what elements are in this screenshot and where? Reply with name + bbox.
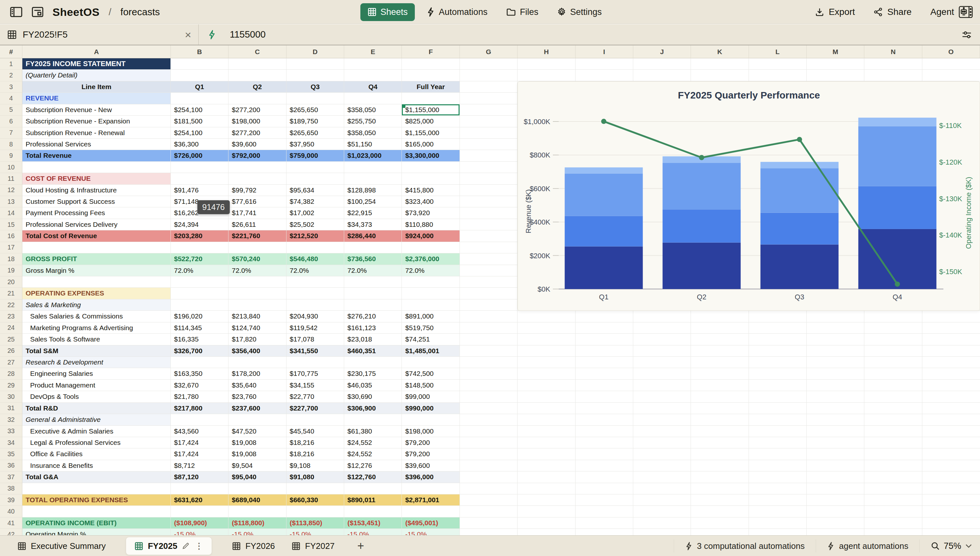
export-button[interactable]: Export <box>815 7 855 17</box>
cell-D13[interactable]: $74,382 <box>286 196 344 207</box>
cell-E13[interactable]: $100,254 <box>344 196 402 207</box>
row-number-22[interactable]: 22 <box>0 299 23 311</box>
cell-D38[interactable] <box>286 483 344 495</box>
cell-B36[interactable]: $8,712 <box>171 460 228 472</box>
column-header-C[interactable]: C <box>228 45 286 58</box>
cell-K30[interactable] <box>691 391 749 402</box>
cell-E11[interactable] <box>344 173 402 184</box>
cell-G8[interactable] <box>460 139 517 150</box>
cell-I36[interactable] <box>576 460 633 472</box>
cell-K31[interactable] <box>691 403 749 414</box>
cell-I38[interactable] <box>576 483 633 495</box>
cell-A26[interactable]: Total S&M <box>23 345 171 357</box>
row-number-11[interactable]: 11 <box>0 173 23 184</box>
cell-G20[interactable] <box>460 276 517 288</box>
cell-O24[interactable] <box>922 322 980 334</box>
cell-I26[interactable] <box>576 345 633 357</box>
cell-A2[interactable]: (Quarterly Detail) <box>23 70 171 81</box>
row-number-37[interactable]: 37 <box>0 472 23 483</box>
cell-H2[interactable] <box>517 70 575 81</box>
row-number-36[interactable]: 36 <box>0 460 23 472</box>
cell-F28[interactable]: $742,500 <box>402 368 459 380</box>
cell-C41[interactable]: ($118,800) <box>228 517 286 529</box>
cell-H31[interactable] <box>517 403 575 414</box>
cell-E34[interactable]: $24,552 <box>344 437 402 448</box>
cell-B5[interactable]: $254,100 <box>171 104 228 116</box>
cell-H32[interactable] <box>517 414 575 425</box>
cell-K29[interactable] <box>691 380 749 391</box>
cell-E32[interactable] <box>344 414 402 425</box>
row-number-42[interactable]: 42 <box>0 529 23 535</box>
cell-B40[interactable] <box>171 506 228 517</box>
cell-C18[interactable]: $570,240 <box>228 254 286 265</box>
cell-O1[interactable] <box>922 58 980 70</box>
cell-F38[interactable] <box>402 483 459 495</box>
cell-H34[interactable] <box>517 437 575 448</box>
cell-J2[interactable] <box>633 70 691 81</box>
cell-O42[interactable] <box>922 529 980 535</box>
cell-A39[interactable]: TOTAL OPERATING EXPENSES <box>23 495 171 506</box>
row-number-26[interactable]: 26 <box>0 345 23 357</box>
cell-A36[interactable]: Insurance & Benefits <box>23 460 171 472</box>
cell-C32[interactable] <box>228 414 286 425</box>
cell-G16[interactable] <box>460 230 517 242</box>
cell-A32[interactable]: General & Administrative <box>23 414 171 425</box>
chart-panel[interactable]: $0K$200K$400K$600K$800K$1,000K$-110K$-12… <box>517 81 980 311</box>
cell-C27[interactable] <box>228 357 286 368</box>
add-sheet-button[interactable]: + <box>357 539 364 553</box>
cell-D24[interactable]: $119,542 <box>286 322 344 334</box>
cell-reference[interactable]: FY2025!F5 <box>23 29 185 40</box>
cell-J30[interactable] <box>633 391 691 402</box>
cell-E9[interactable]: $1,023,000 <box>344 150 402 162</box>
column-header-#[interactable]: # <box>0 45 23 58</box>
cell-E5[interactable]: $358,050 <box>344 104 402 116</box>
cell-K34[interactable] <box>691 437 749 448</box>
cell-B17[interactable] <box>171 242 228 254</box>
cell-J33[interactable] <box>633 426 691 437</box>
cell-H30[interactable] <box>517 391 575 402</box>
cell-M41[interactable] <box>807 517 864 529</box>
cell-M27[interactable] <box>807 357 864 368</box>
cell-D26[interactable]: $341,550 <box>286 345 344 357</box>
cell-A15[interactable]: Professional Services Delivery <box>23 219 171 230</box>
cell-E24[interactable]: $161,123 <box>344 322 402 334</box>
cell-F42[interactable]: -15.0% <box>402 529 459 535</box>
cell-A24[interactable]: Marketing Programs & Advertising <box>23 322 171 334</box>
cell-E19[interactable]: 72.0% <box>344 265 402 276</box>
cell-D32[interactable] <box>286 414 344 425</box>
cell-J34[interactable] <box>633 437 691 448</box>
cell-K33[interactable] <box>691 426 749 437</box>
cell-B8[interactable]: $36,300 <box>171 139 228 150</box>
cell-J27[interactable] <box>633 357 691 368</box>
cell-B1[interactable] <box>171 58 228 70</box>
cell-N40[interactable] <box>864 506 922 517</box>
cell-E37[interactable]: $122,760 <box>344 472 402 483</box>
cell-K25[interactable] <box>691 334 749 345</box>
cell-J39[interactable] <box>633 495 691 506</box>
cell-M33[interactable] <box>807 426 864 437</box>
cell-F13[interactable]: $323,400 <box>402 196 459 207</box>
cell-H41[interactable] <box>517 517 575 529</box>
cell-C29[interactable]: $35,640 <box>228 380 286 391</box>
cell-G32[interactable] <box>460 414 517 425</box>
cell-L29[interactable] <box>749 380 807 391</box>
share-button[interactable]: Share <box>874 7 912 17</box>
cell-L37[interactable] <box>749 472 807 483</box>
cell-E29[interactable]: $46,035 <box>344 380 402 391</box>
cell-H42[interactable] <box>517 529 575 535</box>
cell-L26[interactable] <box>749 345 807 357</box>
cell-D18[interactable]: $546,480 <box>286 254 344 265</box>
cell-D19[interactable]: 72.0% <box>286 265 344 276</box>
cell-A22[interactable]: Sales & Marketing <box>23 299 171 311</box>
cell-C30[interactable]: $23,760 <box>228 391 286 402</box>
cell-B11[interactable] <box>171 173 228 184</box>
column-header-L[interactable]: L <box>749 45 807 58</box>
cell-F23[interactable]: $891,000 <box>402 311 459 322</box>
cell-N34[interactable] <box>864 437 922 448</box>
cell-A34[interactable]: Legal & Professional Services <box>23 437 171 448</box>
cell-L40[interactable] <box>749 506 807 517</box>
cell-M42[interactable] <box>807 529 864 535</box>
nav-tab-automations[interactable]: Automations <box>419 3 495 21</box>
row-number-29[interactable]: 29 <box>0 380 23 391</box>
cell-C3[interactable]: Q2 <box>228 81 286 93</box>
